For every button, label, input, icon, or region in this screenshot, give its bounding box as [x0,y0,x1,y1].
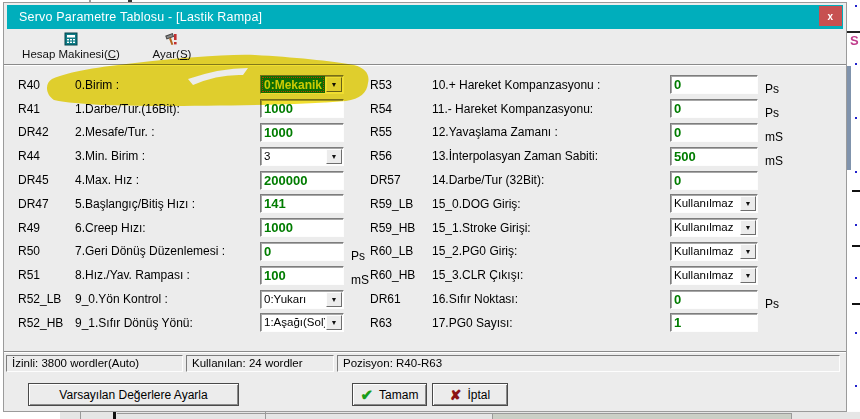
chevron-down-icon[interactable]: ▼ [740,268,756,283]
value-field: Kullanılmaz ▼ [670,194,758,213]
dropdown-selected-value: 0:Yukarı [261,291,325,308]
value-dropdown[interactable]: 3 ▼ [260,147,344,166]
value-dropdown[interactable]: 0:Yukarı ▼ [260,290,344,309]
dropdown-selected-value: Kullanılmaz [671,195,739,212]
value-input[interactable] [670,147,758,166]
register-label: DR57 [370,173,432,187]
background-dot [855,224,857,226]
row-R49: R49 6.Creep Hızı: [18,216,370,240]
parameter-label: 15_3.CLR Çıkışı: [432,268,670,282]
parameter-column-left: R40 0.Birim : 0:Mekanik ▼ R41 1.Darbe/Tu… [18,73,370,335]
row-R63: R63 17.PG0 Sayısı: [370,311,784,335]
register-label: R52_LB [18,292,75,306]
parameter-label: 8.Hız./Yav. Rampası : [75,268,260,282]
value-dropdown[interactable]: Kullanılmaz ▼ [670,218,758,237]
chevron-down-icon[interactable]: ▼ [326,149,342,164]
value-input[interactable] [260,99,344,118]
parameter-label: 10.+ Hareket Kompanzasyonu : [432,78,670,92]
parameter-label: 14.Darbe/Tur (32Bit): [432,173,670,187]
unit-label [344,176,370,185]
value-input[interactable] [670,99,758,118]
dropdown-selected-value: 0:Mekanik [261,76,325,93]
register-label: R55 [370,125,432,139]
chevron-down-icon[interactable]: ▼ [740,244,756,259]
parameter-label: 15_0.DOG Giriş: [432,197,670,211]
parameter-label: 0.Birim : [75,78,260,92]
value-input[interactable] [260,171,344,190]
value-input[interactable] [670,313,758,332]
background-dot [855,5,857,7]
chevron-down-icon[interactable]: ▼ [740,196,756,211]
set-defaults-button[interactable]: Varsayılan Değerlere Ayarla [28,383,239,406]
value-input[interactable] [260,242,344,261]
row-R40: R40 0.Birim : 0:Mekanik ▼ [18,73,370,97]
value-input[interactable] [260,123,344,142]
value-dropdown[interactable]: Kullanılmaz ▼ [670,266,758,285]
value-field [670,290,758,309]
value-field [260,242,344,261]
unit-label: Ps [344,240,370,263]
calculator-toolbar-button[interactable]: Hesap Makinesi(C) [21,32,121,60]
value-dropdown[interactable]: Kullanılmaz ▼ [670,242,758,261]
chevron-down-icon[interactable]: ▼ [326,292,342,307]
window-title: Servo Parametre Tablosu - [Lastik Rampa] [19,10,262,24]
register-label: DR42 [18,125,75,139]
background-dot [855,63,857,65]
chevron-down-icon[interactable]: ▼ [740,220,756,235]
register-label: R53 [370,78,432,92]
unit-label: mS [758,121,784,144]
background-dot [855,385,857,387]
register-label: R54 [370,102,432,116]
background-dot [855,332,857,334]
chevron-down-icon[interactable]: ▼ [326,315,342,330]
value-input[interactable] [670,171,758,190]
value-input[interactable] [670,75,758,94]
chevron-down-icon[interactable]: ▼ [326,77,342,92]
statusbar-separator [4,351,846,353]
unit-label [344,295,370,304]
value-dropdown[interactable]: Kullanılmaz ▼ [670,194,758,213]
dropdown-selected-value: Kullanılmaz [671,267,739,284]
value-input[interactable] [670,290,758,309]
unit-label: Ps [758,97,784,120]
value-input[interactable] [260,194,344,213]
parameter-label: 13.İnterpolasyan Zaman Sabiti: [432,149,670,163]
parameter-label: 11.- Hareket Kompanzasyonu: [432,102,670,116]
ok-button[interactable]: ✔ Tamam [352,383,427,406]
unit-label: Ps [758,288,784,311]
settings-label: Ayar(S) [141,48,203,60]
toolbar: Hesap Makinesi(C) Ayar(S) [7,31,843,63]
value-dropdown[interactable]: 1:Aşağı(Sol) ▼ [260,313,344,332]
unit-label [344,152,370,161]
tools-icon [141,32,203,47]
register-label: R41 [18,102,75,116]
unit-label: Ps [758,73,784,96]
cancel-button[interactable]: ✘ İptal [432,383,508,406]
background-scrollbar-fragment [846,66,851,170]
value-input[interactable] [670,123,758,142]
servo-parameter-dialog: Servo Parametre Tablosu - [Lastik Rampa]… [4,3,846,411]
title-bar[interactable]: Servo Parametre Tablosu - [Lastik Rampa]… [7,5,843,29]
row-DR45: DR45 4.Max. Hız : [18,168,370,192]
value-input[interactable] [260,218,344,237]
value-input[interactable] [260,266,344,285]
parameter-label: 9_1.Sıfır Dönüş Yönü: [75,316,260,330]
row-R52_HB: R52_HB 9_1.Sıfır Dönüş Yönü: 1:Aşağı(Sol… [18,311,370,335]
unit-label [344,128,370,137]
settings-toolbar-button[interactable]: Ayar(S) [141,32,203,60]
register-label: R52_HB [18,316,75,330]
row-R59_LB: R59_LB 15_0.DOG Giriş: Kullanılmaz ▼ [370,192,784,216]
close-button[interactable]: x [819,6,842,26]
value-field: Kullanılmaz ▼ [670,218,758,237]
value-field [260,266,344,285]
row-DR61: DR61 16.Sıfır Noktası: Ps [370,287,784,311]
parameter-label: 6.Creep Hızı: [75,221,260,235]
parameter-label: 3.Min. Birim : [75,149,260,163]
parameter-label: 16.Sıfır Noktası: [432,292,670,306]
value-dropdown[interactable]: 0:Mekanik ▼ [260,75,344,94]
calculator-icon [21,32,121,47]
parameter-label: 9_0.Yön Kontrol : [75,292,260,306]
register-label: R63 [370,316,432,330]
value-field [670,99,758,118]
register-label: R59_HB [370,221,432,235]
